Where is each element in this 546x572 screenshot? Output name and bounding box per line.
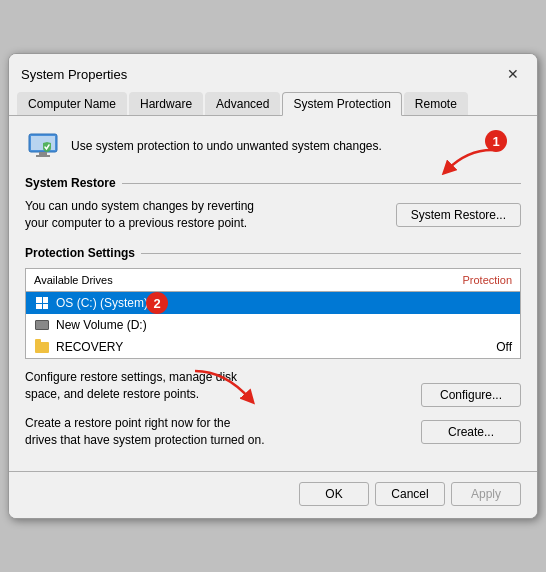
create-action-row: Create a restore point right now for the… [25, 415, 521, 449]
configure-action-row: Configure restore settings, manage disk … [25, 369, 521, 407]
col-protection-header: Protection [462, 274, 512, 286]
main-content: Use system protection to undo unwanted s… [9, 116, 537, 470]
system-restore-button[interactable]: System Restore... [396, 203, 521, 227]
tab-advanced[interactable]: Advanced [205, 92, 280, 115]
restore-description: You can undo system changes by reverting… [25, 198, 265, 232]
protection-settings-title: Protection Settings [25, 246, 135, 260]
hdd-drive-icon [34, 319, 50, 331]
system-restore-title: System Restore [25, 176, 116, 190]
drive-row-os[interactable]: OS (C:) (System) 2 [26, 292, 520, 314]
tab-hardware[interactable]: Hardware [129, 92, 203, 115]
step-badge-2: 2 [146, 292, 168, 314]
restore-section: You can undo system changes by reverting… [25, 198, 521, 232]
ok-button[interactable]: OK [299, 482, 369, 506]
close-button[interactable]: ✕ [501, 62, 525, 86]
svg-rect-3 [36, 155, 50, 157]
footer: OK Cancel Apply [9, 471, 537, 518]
configure-description: Configure restore settings, manage disk … [25, 369, 265, 403]
divider-line [122, 183, 521, 184]
window-title: System Properties [21, 67, 127, 82]
system-icon [25, 128, 61, 164]
apply-button[interactable]: Apply [451, 482, 521, 506]
divider-line-2 [141, 253, 521, 254]
cancel-button[interactable]: Cancel [375, 482, 445, 506]
tab-system-protection[interactable]: System Protection [282, 92, 401, 116]
drive-row-d[interactable]: New Volume (D:) [26, 314, 520, 336]
header-section: Use system protection to undo unwanted s… [25, 128, 521, 164]
system-properties-window: System Properties ✕ Computer Name Hardwa… [8, 53, 538, 518]
title-bar: System Properties ✕ [9, 54, 537, 86]
create-description: Create a restore point right now for the… [25, 415, 265, 449]
arrow-1-icon [437, 148, 497, 178]
drive-name-os: OS (C:) (System) [56, 296, 506, 310]
tab-remote[interactable]: Remote [404, 92, 468, 115]
drive-name-d: New Volume (D:) [56, 318, 506, 332]
col-drives-header: Available Drives [34, 274, 113, 286]
header-description: Use system protection to undo unwanted s… [71, 139, 382, 153]
os-drive-icon [34, 297, 50, 309]
system-restore-section: System Restore You can undo system chang… [25, 176, 521, 232]
tab-computer-name[interactable]: Computer Name [17, 92, 127, 115]
protection-settings-title-row: Protection Settings [25, 246, 521, 260]
drive-row-recovery[interactable]: RECOVERY Off [26, 336, 520, 358]
drive-name-recovery: RECOVERY [56, 340, 490, 354]
drive-protection-recovery: Off [496, 340, 512, 354]
drives-table-header: Available Drives Protection [26, 269, 520, 292]
drives-table: Available Drives Protection OS (C:) (Sys… [25, 268, 521, 359]
folder-drive-icon [34, 341, 50, 353]
system-restore-title-row: System Restore [25, 176, 521, 190]
configure-button[interactable]: Configure... [421, 383, 521, 407]
tab-bar: Computer Name Hardware Advanced System P… [9, 88, 537, 116]
protection-settings-section: Protection Settings Available Drives Pro… [25, 246, 521, 449]
create-button[interactable]: Create... [421, 420, 521, 444]
